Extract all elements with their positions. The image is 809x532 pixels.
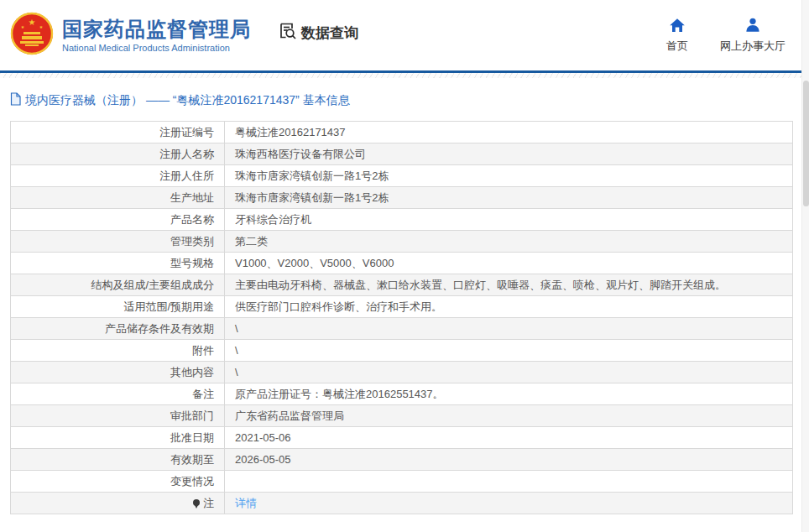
breadcrumb-text: 境内医疗器械（注册） —— “粤械注准20162171437” 基本信息	[25, 93, 350, 108]
header-nav: 首页 网上办事大厅	[666, 18, 809, 54]
scrollbar[interactable]	[801, 0, 809, 532]
page: { "header": { "org_name_cn": "国家药品监督管理局"…	[0, 0, 809, 532]
row-label: 其他内容	[11, 362, 225, 383]
data-query-label: 数据查询	[301, 23, 358, 43]
row-label: 注册人住所	[11, 165, 225, 187]
row-label: 生产地址	[11, 187, 225, 209]
row-label: 附件	[11, 340, 225, 362]
row-value: 2021-05-06	[225, 427, 793, 449]
table-row: 结构及组成/主要组成成分主要由电动牙科椅、器械盘、漱口给水装置、口腔灯、吸唾器、…	[11, 274, 793, 296]
document-icon	[10, 92, 21, 108]
row-label: 有效期至	[11, 449, 225, 471]
row-value: 牙科综合治疗机	[225, 209, 793, 231]
row-label: 型号规格	[11, 253, 225, 274]
row-value: 详情	[225, 493, 793, 514]
table-row: 批准日期2021-05-06	[11, 427, 793, 449]
table-row: 变更情况	[11, 471, 793, 493]
table-row: 注册证编号粤械注准20162171437	[11, 122, 793, 143]
nmpa-emblem-logo: ★ ★ ★	[10, 12, 54, 59]
row-value: 2026-05-05	[225, 449, 793, 471]
svg-text:★: ★	[21, 24, 25, 29]
table-row: 有效期至2026-05-05	[11, 449, 793, 471]
nav-service-hall-label: 网上办事大厅	[720, 39, 786, 54]
row-label: 批准日期	[11, 427, 225, 449]
data-query-button[interactable]: 数据查询	[278, 21, 358, 44]
breadcrumb: 境内医疗器械（注册） —— “粤械注准20162171437” 基本信息	[0, 78, 809, 118]
brand: ★ ★ ★ 国家药品监督管理局 National Medical Product…	[10, 12, 251, 59]
row-value: \	[225, 340, 793, 362]
row-label: 产品储存条件及有效期	[11, 318, 225, 340]
table-row: 注册人住所珠海市唐家湾镇创新一路1号2栋	[11, 165, 793, 187]
row-value: 珠海市唐家湾镇创新一路1号2栋	[225, 187, 793, 209]
person-icon	[744, 18, 761, 35]
row-label: 产品名称	[11, 209, 225, 231]
info-table: 注册证编号粤械注准20162171437注册人名称珠海西格医疗设备有限公司注册人…	[10, 121, 793, 514]
org-name-en: National Medical Products Administration	[62, 43, 251, 53]
row-value: 粤械注准20162171437	[225, 122, 793, 143]
row-value: 第二类	[225, 231, 793, 253]
doc-search-icon	[278, 21, 297, 44]
pin-icon	[193, 499, 200, 506]
nav-home-label: 首页	[666, 39, 688, 54]
detail-link[interactable]: 详情	[235, 497, 257, 509]
svg-text:★: ★	[29, 18, 36, 27]
table-row: 型号规格V1000、V2000、V5000、V6000	[11, 253, 793, 274]
row-label: 注	[11, 493, 225, 514]
table-row: 注册人名称珠海西格医疗设备有限公司	[11, 143, 793, 165]
row-value: \	[225, 362, 793, 383]
row-value: 广东省药品监督管理局	[225, 405, 793, 427]
table-row: 生产地址珠海市唐家湾镇创新一路1号2栋	[11, 187, 793, 209]
row-label: 审批部门	[11, 405, 225, 427]
row-label: 注册人名称	[11, 143, 225, 165]
row-label: 备注	[11, 383, 225, 405]
brand-text: 国家药品监督管理局 National Medical Products Admi…	[62, 18, 251, 54]
row-value	[225, 471, 793, 493]
row-value: 原产品注册证号：粤械注准20162551437。	[225, 383, 793, 405]
row-label: 适用范围/预期用途	[11, 296, 225, 318]
header-divider	[0, 70, 809, 78]
table-row: 其他内容\	[11, 362, 793, 383]
site-header: ★ ★ ★ 国家药品监督管理局 National Medical Product…	[0, 0, 809, 70]
row-value: 主要由电动牙科椅、器械盘、漱口给水装置、口腔灯、吸唾器、痰盂、喷枪、观片灯、脚踏…	[225, 274, 793, 296]
nav-service-hall[interactable]: 网上办事大厅	[720, 18, 786, 54]
row-label: 变更情况	[11, 471, 225, 493]
table-row: 注详情	[11, 493, 793, 514]
org-name-cn: 国家药品监督管理局	[62, 18, 251, 41]
row-value: 珠海市唐家湾镇创新一路1号2栋	[225, 165, 793, 187]
scrollbar-thumb[interactable]	[803, 81, 809, 206]
nav-home[interactable]: 首页	[666, 18, 688, 54]
table-row: 附件\	[11, 340, 793, 362]
row-value: 珠海西格医疗设备有限公司	[225, 143, 793, 165]
table-row: 管理类别第二类	[11, 231, 793, 253]
row-label: 管理类别	[11, 231, 225, 253]
row-value: 供医疗部门口腔科作诊断、治疗和手术用。	[225, 296, 793, 318]
table-row: 产品储存条件及有效期\	[11, 318, 793, 340]
svg-text:★: ★	[39, 24, 44, 29]
row-value: V1000、V2000、V5000、V6000	[225, 253, 793, 274]
row-label: 注册证编号	[11, 122, 225, 143]
table-row: 产品名称牙科综合治疗机	[11, 209, 793, 231]
table-row: 适用范围/预期用途供医疗部门口腔科作诊断、治疗和手术用。	[11, 296, 793, 318]
row-value: \	[225, 318, 793, 340]
row-label: 结构及组成/主要组成成分	[11, 274, 225, 296]
table-row: 备注原产品注册证号：粤械注准20162551437。	[11, 383, 793, 405]
table-row: 审批部门广东省药品监督管理局	[11, 405, 793, 427]
home-icon	[669, 18, 686, 35]
